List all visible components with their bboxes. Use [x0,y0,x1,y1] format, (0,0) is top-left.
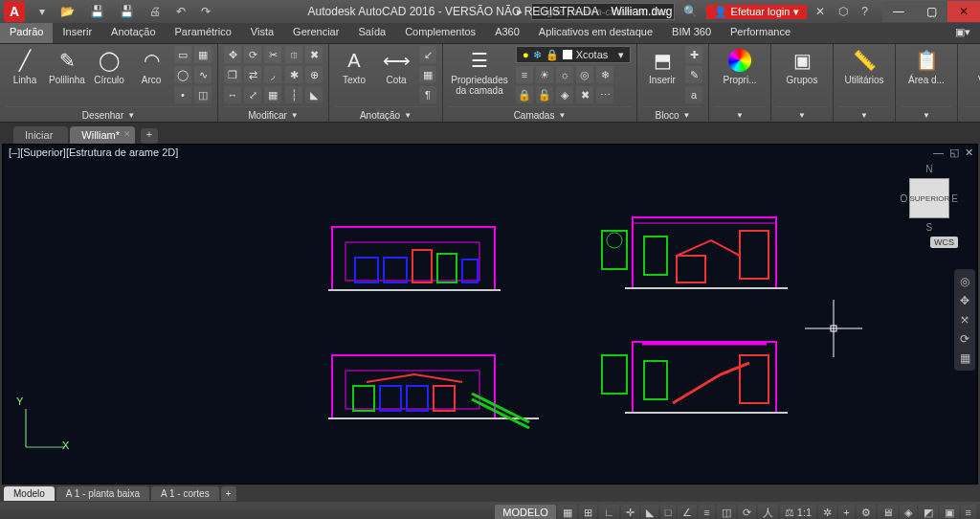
viewcube-face[interactable]: SUPERIOR [909,178,949,218]
panel-utilities-title[interactable]: ▼ [839,106,889,122]
orbit-icon[interactable]: ⟳ [960,332,969,346]
help-icon[interactable]: ? [857,5,873,18]
status-clean-icon[interactable]: ▣ [940,505,959,520]
spline-icon[interactable]: ∿ [194,66,212,83]
explode-icon[interactable]: ✱ [285,66,302,83]
tab-gerenciar[interactable]: Gerenciar [283,23,348,43]
panel-modify-title[interactable]: Modificar▼ [224,106,323,122]
polilinha-button[interactable]: ✎Polilinha [48,46,86,85]
linha-button[interactable]: ╱Linha [6,46,44,85]
ellipse-icon[interactable]: ◯ [174,66,191,83]
redo-icon[interactable]: ↷ [196,5,215,18]
mtext-icon[interactable]: ¶ [419,86,436,103]
minimize-button[interactable]: — [882,1,915,22]
maximize-button[interactable]: ▢ [915,1,947,22]
table-icon[interactable]: ▦ [419,66,436,83]
arco-button[interactable]: ◠Arco [132,46,170,85]
panel-layers-title[interactable]: Camadas▼ [449,106,631,122]
status-grid-icon[interactable]: ▦ [558,505,577,520]
rotate-icon[interactable]: ⟳ [244,46,261,63]
layoff-icon[interactable]: ☼ [556,66,573,83]
scale-icon[interactable]: ⤢ [244,86,261,103]
status-iso-icon[interactable]: ◣ [641,505,658,520]
hatch-icon[interactable]: ▦ [194,46,212,63]
join-icon[interactable]: ⊕ [305,66,323,83]
panel-block-title[interactable]: Bloco▼ [643,106,702,122]
doc-tab-start[interactable]: Iniciar [13,126,68,144]
save-icon[interactable]: 💾 [85,5,109,18]
panel-clipboard-title[interactable]: ▼ [902,106,951,122]
new-icon[interactable]: ▾ [34,5,50,18]
print-icon[interactable]: 🖨 [145,5,166,18]
cota-button[interactable]: ⟷Cota [377,46,415,85]
texto-button[interactable]: ATexto [335,46,373,85]
layiso-icon[interactable]: ◎ [576,66,593,83]
vp-minimize-icon[interactable]: — [933,147,944,159]
search-icon[interactable]: 🔍 [679,5,702,18]
layunlock-icon[interactable]: 🔓 [536,86,553,103]
circulo-button[interactable]: ◯Círculo [90,46,128,85]
laylock-icon[interactable]: 🔒 [516,86,533,103]
layout-tab-planta[interactable]: A 1 - planta baixa [56,486,149,501]
laydel-icon[interactable]: ✖ [576,86,593,103]
leader-icon[interactable]: ↙ [419,46,436,63]
panel-groups-title[interactable]: ▼ [777,106,827,122]
status-gear-icon[interactable]: ✲ [818,505,836,520]
sign-in-button[interactable]: 👤 Efetuar login ▾ [706,5,808,19]
status-ortho-icon[interactable]: ∟ [599,505,619,519]
tab-inserir[interactable]: Inserir [53,23,101,43]
stayconnected-icon[interactable]: ⬡ [834,5,853,18]
layer-combo[interactable]: ●❄🔒Xcotas▾ [516,46,631,63]
status-workspace-icon[interactable]: ⚙ [857,505,876,520]
status-transp-icon[interactable]: ◫ [717,505,736,520]
groups-button[interactable]: ▣Grupos [777,46,827,85]
status-lineweight-icon[interactable]: ≡ [699,505,714,519]
tab-parametrico[interactable]: Paramétrico [166,23,241,43]
close-button[interactable]: ✕ [947,1,980,22]
ribbon-collapse-icon[interactable]: ▣▾ [946,23,980,43]
status-polar-icon[interactable]: ✛ [621,505,639,520]
status-modelspace-button[interactable]: MODELO [495,505,556,519]
close-tab-icon[interactable]: ✕ [123,129,131,139]
clipboard-button[interactable]: 📋Área d... [902,46,951,85]
copy-icon[interactable]: ❐ [224,66,241,83]
viewport-label[interactable]: [–][Superior][Estrutura de arame 2D] [9,147,178,158]
chamfer-icon[interactable]: ◣ [305,86,323,103]
status-osnap-icon[interactable]: □ [660,505,677,519]
drawing-viewport[interactable]: [–][Superior][Estrutura de arame 2D] — ◱… [2,144,978,485]
saveas-icon[interactable]: 💾 [115,5,139,18]
layout-tab-add[interactable]: + [221,486,236,501]
region-icon[interactable]: ◫ [194,86,212,103]
properties-button[interactable]: Propri... [715,46,765,85]
edit-block-icon[interactable]: ✎ [685,66,702,83]
status-custom-icon[interactable]: ≡ [961,505,976,519]
offset-icon[interactable]: ⎅ [285,46,302,63]
inserir-button[interactable]: ⬒Inserir [643,46,681,85]
vp-close-icon[interactable]: ✕ [965,147,973,159]
move-icon[interactable]: ✥ [224,46,241,63]
tab-vista[interactable]: Vista [241,23,283,43]
add-tab-button[interactable]: + [141,128,158,144]
panel-annotate-title[interactable]: Anotação▼ [335,106,436,122]
showmotion-icon[interactable]: ▦ [960,351,970,365]
tab-a360[interactable]: A360 [485,23,529,43]
status-cycling-icon[interactable]: ⟳ [738,505,756,520]
view-button[interactable]: ◲Vista [964,46,980,85]
laycur-icon[interactable]: ◈ [556,86,573,103]
layon-icon[interactable]: ☀ [536,66,553,83]
mirror-icon[interactable]: ⇄ [244,66,261,83]
tab-padrao[interactable]: Padrão [0,23,53,43]
tab-bim360[interactable]: BIM 360 [662,23,721,43]
layout-tab-model[interactable]: Modelo [4,486,55,501]
undo-icon[interactable]: ↶ [171,5,190,18]
laymatch-icon[interactable]: ≡ [516,66,533,83]
panel-draw-title[interactable]: Desenhar▼ [6,106,212,122]
status-snap-icon[interactable]: ⊞ [579,505,597,520]
status-monitor-icon[interactable]: 🖥 [878,505,898,519]
status-scale-button[interactable]: ⚖ 1:1 [780,505,816,520]
tab-destaque[interactable]: Aplicativos em destaque [529,23,662,43]
vp-restore-icon[interactable]: ◱ [949,147,959,159]
status-annoscale-icon[interactable]: 人 [758,504,778,520]
doc-tab-file[interactable]: William*✕ [70,126,135,144]
utilities-button[interactable]: 📏Utilitários [839,46,889,85]
